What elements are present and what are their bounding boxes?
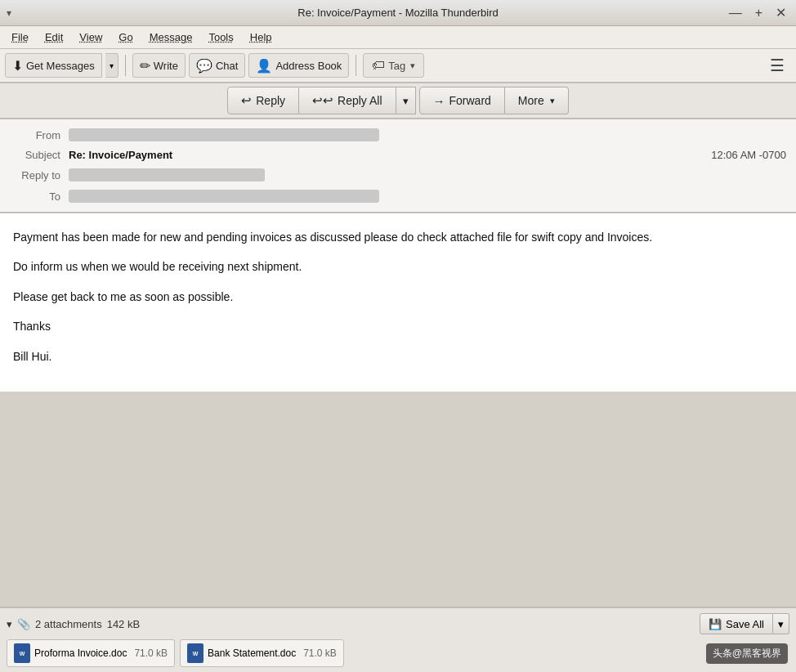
reply-to-label: Reply to — [10, 169, 69, 181]
from-label: From — [10, 129, 69, 141]
subject-text: Re: Invoice/Payment — [69, 149, 711, 161]
from-row: From — [0, 124, 796, 146]
reply-all-dropdown[interactable]: ▾ — [396, 87, 416, 114]
attachments-list: W Proforma Invoice.doc 71.0 kB W Bank St… — [7, 639, 789, 667]
address-book-label: Address Book — [275, 60, 342, 72]
reply-button[interactable]: ↩ Reply — [227, 87, 299, 114]
menu-edit[interactable]: Edit — [38, 29, 69, 46]
subject-label: Subject — [10, 149, 69, 161]
toolbar-separator-1 — [125, 55, 126, 76]
toolbar: ⬇ Get Messages ▾ ✏ Write 💬 Chat 👤 Addres… — [0, 49, 796, 83]
email-header: From Subject Re: Invoice/Payment 12:06 A… — [0, 119, 796, 213]
save-all-label: Save All — [726, 618, 764, 630]
attachment-name-2: Bank Statement.doc — [208, 647, 296, 659]
get-messages-label: Get Messages — [26, 60, 95, 72]
hamburger-menu-button[interactable]: ☰ — [763, 52, 791, 78]
chat-icon: 💬 — [196, 58, 212, 74]
get-messages-button[interactable]: ⬇ Get Messages — [5, 53, 102, 78]
write-icon: ✏ — [140, 58, 150, 74]
to-label: To — [10, 190, 69, 203]
menu-go[interactable]: Go — [112, 29, 139, 46]
title-bar-left: ▾ — [7, 7, 11, 19]
address-book-button[interactable]: 👤 Address Book — [248, 53, 349, 78]
tag-button[interactable]: 🏷 Tag ▾ — [363, 53, 424, 78]
chat-label: Chat — [216, 60, 238, 72]
from-value — [69, 128, 379, 141]
attachment-item-1[interactable]: W Proforma Invoice.doc 71.0 kB — [7, 639, 175, 667]
chat-button[interactable]: 💬 Chat — [189, 53, 245, 78]
write-label: Write — [154, 60, 178, 72]
main-content: From Subject Re: Invoice/Payment 12:06 A… — [0, 119, 796, 672]
menu-message[interactable]: Message — [143, 29, 199, 46]
forward-button[interactable]: → Forward — [419, 87, 505, 114]
attachment-dropdown-arrow[interactable]: ▾ — [7, 618, 12, 630]
reply-icon: ↩ — [241, 93, 252, 108]
window-controls: — + ✕ — [726, 3, 789, 22]
menu-bar: File Edit View Go Message Tools Help — [0, 26, 796, 49]
more-button[interactable]: More ▾ — [505, 87, 569, 114]
save-all-icon: 💾 — [709, 618, 722, 630]
email-time: 12:06 AM -0700 — [711, 149, 786, 161]
body-para-2: Do inform us when we would be receiving … — [13, 258, 783, 276]
reply-to-value — [69, 168, 265, 181]
menu-tools[interactable]: Tools — [202, 29, 239, 46]
to-row: To — [0, 186, 796, 207]
email-body-wrapper: Payment has been made for new and pendin… — [0, 213, 796, 607]
attachment-clip-icon: 📎 — [17, 618, 30, 630]
attachment-size: 142 kB — [107, 618, 140, 630]
attachment-count: 2 attachments — [35, 618, 102, 630]
subject-row: Subject Re: Invoice/Payment 12:06 AM -07… — [0, 146, 796, 164]
attachment-size-1: 71.0 kB — [134, 647, 168, 659]
email-body: Payment has been made for new and pendin… — [0, 213, 796, 392]
save-all-dropdown[interactable]: ▾ — [773, 613, 789, 634]
title-bar: ▾ Re: Invoice/Payment - Mozilla Thunderb… — [0, 0, 796, 26]
body-para-4: Thanks — [13, 317, 783, 335]
action-bar: ↩ Reply ↩↩ Reply All ▾ → Forward More ▾ — [0, 83, 796, 119]
minimize-button[interactable]: — — [726, 3, 745, 22]
attachment-item-2[interactable]: W Bank Statement.doc 71.0 kB — [180, 639, 344, 667]
tag-dropdown-arrow: ▾ — [410, 60, 415, 71]
maximize-button[interactable]: + — [752, 3, 766, 22]
get-messages-icon: ⬇ — [12, 58, 23, 74]
close-button[interactable]: ✕ — [772, 3, 789, 22]
menu-file[interactable]: File — [5, 29, 35, 46]
forward-icon: → — [433, 94, 445, 108]
tag-label: Tag — [388, 60, 405, 72]
app-menu-arrow[interactable]: ▾ — [7, 7, 11, 19]
get-messages-dropdown[interactable]: ▾ — [105, 53, 119, 78]
window-title: Re: Invoice/Payment - Mozilla Thunderbir… — [297, 7, 498, 19]
attachment-name-1: Proforma Invoice.doc — [34, 647, 127, 659]
reply-all-label: Reply All — [338, 94, 382, 107]
more-label: More — [518, 94, 544, 107]
attachment-bar: ▾ 📎 2 attachments 142 kB 💾 Save All ▾ W … — [0, 607, 796, 672]
more-dropdown-arrow: ▾ — [550, 96, 555, 106]
attachment-info: ▾ 📎 2 attachments 142 kB — [7, 618, 140, 630]
attachment-size-2: 71.0 kB — [303, 647, 337, 659]
reply-label: Reply — [256, 94, 285, 107]
attachment-header: ▾ 📎 2 attachments 142 kB 💾 Save All ▾ — [7, 613, 789, 634]
forward-label: Forward — [449, 94, 491, 107]
attachment-icon-2: W — [187, 643, 203, 663]
tag-icon: 🏷 — [372, 58, 385, 73]
toolbar-separator-2 — [356, 55, 356, 76]
reply-all-button[interactable]: ↩↩ Reply All — [299, 87, 396, 114]
body-para-5: Bill Hui. — [13, 347, 783, 365]
body-para-1: Payment has been made for new and pendin… — [13, 228, 783, 246]
save-all-button[interactable]: 💾 Save All — [700, 613, 773, 634]
reply-to-row: Reply to — [0, 164, 796, 186]
attachment-icon-1: W — [14, 643, 30, 663]
write-button[interactable]: ✏ Write — [132, 53, 186, 78]
save-all-group: 💾 Save All ▾ — [700, 613, 789, 634]
address-book-icon: 👤 — [256, 58, 272, 74]
reply-all-icon: ↩↩ — [312, 93, 333, 108]
menu-view[interactable]: View — [73, 29, 109, 46]
body-para-3: Please get back to me as soon as possibl… — [13, 288, 783, 306]
menu-help[interactable]: Help — [244, 29, 279, 46]
to-value — [69, 190, 379, 203]
